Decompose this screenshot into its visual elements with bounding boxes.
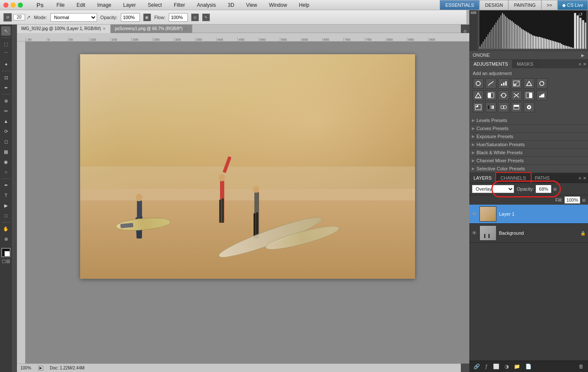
adj-bw-icon[interactable]: [485, 90, 496, 100]
tablet-icon[interactable]: ✎: [202, 14, 210, 21]
adj-extra2-icon[interactable]: [524, 102, 535, 112]
fill-value-input[interactable]: [564, 196, 580, 204]
preset-huesat[interactable]: ▶ Hue/Saturation Presets: [469, 141, 588, 149]
workspace-essentials[interactable]: ESSENTIALS: [440, 0, 479, 10]
menu-file[interactable]: File: [54, 1, 67, 9]
preset-exposure[interactable]: ▶ Exposure Presets: [469, 133, 588, 141]
tab-masks[interactable]: MASKS: [513, 60, 538, 68]
doc-tab-close-2[interactable]: ✕: [184, 27, 188, 31]
tool-move[interactable]: ↖: [1, 26, 11, 36]
opacity-value-input[interactable]: [535, 185, 552, 193]
tool-lasso[interactable]: ⌒: [1, 50, 11, 59]
tool-wand[interactable]: ✦: [1, 60, 11, 69]
adj-curves-icon[interactable]: [485, 78, 496, 89]
layers-panel-close[interactable]: ✕: [583, 176, 586, 180]
adj-levels-icon[interactable]: [498, 78, 509, 89]
close-button[interactable]: [3, 3, 8, 8]
tool-text[interactable]: T: [1, 191, 11, 200]
tool-eraser[interactable]: ◻: [1, 137, 11, 146]
adj-gradmap-icon[interactable]: [485, 102, 496, 112]
menu-view[interactable]: View: [244, 1, 260, 9]
adj-brightness-icon[interactable]: [473, 78, 484, 89]
flow-input[interactable]: [169, 13, 188, 22]
tool-crop[interactable]: ⊡: [1, 73, 11, 82]
adj-extra1-icon[interactable]: [511, 102, 522, 112]
preset-channelmix[interactable]: ▶ Channel Mixer Presets: [469, 157, 588, 165]
add-mask-btn[interactable]: ⬜: [491, 363, 501, 370]
adj-photofil-icon[interactable]: [498, 90, 509, 100]
new-adjustment-btn[interactable]: ◑: [503, 363, 510, 370]
layers-panel-menu[interactable]: ≡: [579, 176, 581, 180]
adjustments-panel-menu[interactable]: ≡: [579, 62, 581, 67]
tool-shape[interactable]: □: [1, 211, 11, 220]
opacity-input[interactable]: [121, 13, 140, 22]
adjustments-panel-close[interactable]: ✕: [583, 62, 586, 67]
minimize-button[interactable]: [11, 3, 16, 8]
tool-brush[interactable]: ✏: [1, 106, 11, 116]
onone-expand-icon[interactable]: ▶: [581, 53, 585, 58]
tool-history-brush[interactable]: ⟳: [1, 127, 11, 136]
adj-channelmix-icon[interactable]: [511, 90, 522, 100]
tool-zoom[interactable]: ⊕: [1, 234, 11, 244]
tool-selection[interactable]: ⬚: [1, 39, 11, 49]
adj-invert-icon[interactable]: [524, 90, 535, 100]
tool-blur[interactable]: ◉: [1, 157, 11, 167]
brush-size-display[interactable]: 20: [13, 14, 25, 20]
standard-mode[interactable]: [2, 260, 6, 263]
quick-mask-mode[interactable]: [6, 260, 10, 263]
preset-selectivecolor[interactable]: ▶ Selective Color Presets: [469, 165, 588, 173]
new-layer-btn[interactable]: 📄: [524, 363, 533, 370]
preset-curves[interactable]: ▶ Curves Presets: [469, 125, 588, 133]
menu-filter[interactable]: Filter: [171, 1, 188, 9]
blend-mode-select[interactable]: Normal: [50, 13, 97, 22]
layer-row-layer1[interactable]: 👁 Layer 1: [469, 205, 588, 224]
tool-healing[interactable]: ⊕: [1, 96, 11, 105]
fill-stepper-icon[interactable]: ⊞: [582, 198, 585, 203]
tool-path-selection[interactable]: ▶: [1, 201, 11, 210]
add-style-btn[interactable]: ƒ: [483, 363, 490, 370]
adj-posterize-icon[interactable]: [536, 90, 547, 100]
smoothing-icon[interactable]: ◎: [191, 14, 199, 21]
layer-blend-mode-select[interactable]: Overlay: [472, 185, 514, 193]
layer-row-background[interactable]: 👁 Background 🔒: [469, 224, 588, 243]
tab-layers[interactable]: LAYERS: [469, 173, 496, 183]
layer-visibility-bg[interactable]: 👁: [472, 230, 477, 236]
menu-window[interactable]: Window: [266, 1, 290, 9]
opacity-stepper-icon[interactable]: ⊞: [553, 187, 557, 192]
adj-exposure-icon[interactable]: [511, 78, 522, 89]
menu-3d[interactable]: 3D: [225, 1, 237, 9]
layer-visibility-layer1[interactable]: 👁: [472, 211, 477, 217]
doc-tab-close-1[interactable]: ✕: [103, 27, 106, 31]
menu-layer[interactable]: Layer: [121, 1, 139, 9]
tool-dodge[interactable]: ○: [1, 167, 11, 177]
canvas-area[interactable]: [25, 42, 469, 364]
workspace-design[interactable]: DESIGN: [479, 0, 508, 10]
link-layers-btn[interactable]: 🔗: [472, 363, 482, 370]
doc-tab-img9192[interactable]: IMG_9192.jpg @ 100% (Layer 1, RGB/8#) ✕: [17, 25, 111, 33]
adj-colorbalance-icon[interactable]: [473, 90, 484, 100]
foreground-color[interactable]: [1, 248, 11, 257]
background-color[interactable]: [4, 251, 10, 257]
tool-clone[interactable]: ▲: [1, 117, 11, 126]
menu-analysis[interactable]: Analysis: [195, 1, 219, 9]
menu-select[interactable]: Select: [145, 1, 164, 9]
tab-channels[interactable]: CHANNELS: [496, 173, 531, 183]
workspace-painting[interactable]: PAINTING: [508, 0, 541, 10]
workspace-more[interactable]: >>: [541, 0, 558, 10]
tab-paths[interactable]: PATHS: [531, 173, 555, 183]
adj-selectivecolor-icon[interactable]: [498, 102, 509, 112]
delete-layer-btn[interactable]: 🗑: [577, 363, 585, 370]
maximize-button[interactable]: [18, 3, 23, 8]
preset-bw[interactable]: ▶ Black & White Presets: [469, 149, 588, 157]
tool-pen[interactable]: ✒: [1, 180, 11, 190]
tool-gradient[interactable]: ▦: [1, 147, 11, 156]
menu-help[interactable]: Help: [296, 1, 312, 9]
airbrush-toggle[interactable]: ▣: [143, 14, 151, 21]
tool-hand[interactable]: ✋: [1, 224, 11, 233]
adj-hsl-icon[interactable]: [536, 78, 547, 89]
menu-image[interactable]: Image: [95, 1, 114, 9]
adj-vibrance-icon[interactable]: [524, 78, 535, 89]
preset-levels[interactable]: ▶ Levels Presets: [469, 117, 588, 125]
menu-edit[interactable]: Edit: [74, 1, 88, 9]
doc-tab-screeny1[interactable]: psScreeny1.png @ 66.7% (RGB/8*) ✕: [111, 25, 192, 33]
